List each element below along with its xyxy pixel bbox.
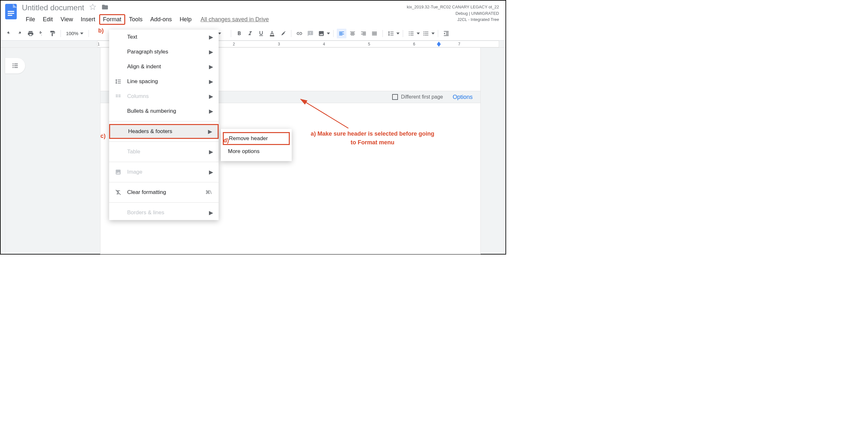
menuitem-line-spacing[interactable]: Line spacing▶: [109, 74, 219, 89]
menu-insert[interactable]: Insert: [77, 14, 99, 25]
save-status[interactable]: All changes saved in Drive: [200, 16, 269, 23]
header-options-link[interactable]: Options: [453, 94, 473, 101]
different-first-page-checkbox[interactable]: [392, 94, 398, 100]
menu-edit[interactable]: Edit: [39, 14, 57, 25]
annotation-d: d): [223, 137, 229, 144]
menuitem-text[interactable]: Text▶: [109, 30, 219, 45]
annotation-arrow: [297, 96, 351, 132]
comment-button[interactable]: [306, 29, 315, 38]
svg-rect-4: [270, 35, 274, 36]
menuitem-table: Table▶: [109, 144, 219, 159]
document-title[interactable]: Untitled document: [22, 3, 84, 12]
underline-button[interactable]: [256, 29, 266, 38]
print-button[interactable]: [26, 29, 35, 38]
linespacing-button[interactable]: [386, 29, 396, 38]
menuitem-bullets-numbering[interactable]: Bullets & numbering▶: [109, 104, 219, 119]
svg-rect-1: [8, 11, 14, 12]
alignleft-button[interactable]: [337, 29, 346, 38]
spellcheck-button[interactable]: [37, 29, 46, 38]
menuitem-headers-footers[interactable]: Headers & footers▶: [109, 124, 219, 139]
submenu-more-options[interactable]: More options: [221, 145, 292, 158]
menuitem-paragraph-styles[interactable]: Paragraph styles▶: [109, 45, 219, 59]
debug-info: kix_2019.32-Tue_RC02 CANARY LEGACY ot_22…: [407, 4, 499, 23]
menuitem-clear-formatting[interactable]: Clear formatting⌘\: [109, 185, 219, 200]
decreaseindent-button[interactable]: [441, 29, 451, 38]
aligncenter-button[interactable]: [348, 29, 358, 38]
menu-addons[interactable]: Add-ons: [147, 14, 176, 25]
submenu-remove-header[interactable]: Remove header: [223, 132, 290, 145]
annotation-a: a) Make sure header is selected before g…: [308, 130, 437, 147]
textcolor-button[interactable]: [267, 29, 277, 38]
zoom-dropdown[interactable]: 100%: [64, 31, 85, 36]
format-menu-dropdown: Text▶ Paragraph styles▶ Align & indent▶ …: [109, 30, 219, 220]
alignjustify-button[interactable]: [370, 29, 379, 38]
svg-rect-3: [8, 15, 12, 16]
bulletlist-button[interactable]: [421, 29, 431, 38]
columns-icon: [114, 92, 122, 100]
outline-toggle[interactable]: [5, 58, 25, 74]
star-icon[interactable]: [89, 4, 96, 12]
menu-tools[interactable]: Tools: [125, 14, 147, 25]
ruler: 1 2 3 4 5 6 7: [1, 40, 505, 48]
undo-button[interactable]: [4, 29, 13, 38]
docs-logo-icon[interactable]: [4, 3, 18, 20]
menuitem-align-indent[interactable]: Align & indent▶: [109, 59, 219, 74]
different-first-page-label: Different first page: [401, 94, 443, 100]
image-button[interactable]: [316, 29, 326, 38]
bold-button[interactable]: [235, 29, 244, 38]
checklist-button[interactable]: [406, 29, 416, 38]
right-indent-marker[interactable]: [437, 41, 441, 47]
folder-icon[interactable]: [101, 4, 108, 12]
menu-help[interactable]: Help: [176, 14, 195, 25]
image-icon: [114, 168, 122, 176]
svg-line-5: [301, 99, 348, 128]
menuitem-image: Image▶: [109, 165, 219, 179]
paintformat-button[interactable]: [48, 29, 57, 38]
redo-button[interactable]: [15, 29, 25, 38]
line-spacing-icon: [114, 78, 122, 85]
headers-footers-submenu: Remove header More options: [221, 129, 292, 161]
menuitem-borders-lines: Borders & lines▶: [109, 205, 219, 220]
italic-button[interactable]: [245, 29, 255, 38]
link-button[interactable]: [294, 29, 304, 38]
highlight-button[interactable]: [278, 29, 288, 38]
annotation-c: c): [100, 133, 105, 140]
menu-view[interactable]: View: [57, 14, 77, 25]
clear-format-icon: [114, 189, 122, 196]
toolbar: 100% 11: [1, 26, 505, 40]
svg-rect-2: [8, 13, 14, 14]
alignright-button[interactable]: [359, 29, 368, 38]
menu-file[interactable]: File: [22, 14, 39, 25]
annotation-b: b): [98, 27, 104, 34]
menu-format[interactable]: Format: [99, 14, 125, 25]
menuitem-columns: Columns▶: [109, 89, 219, 104]
